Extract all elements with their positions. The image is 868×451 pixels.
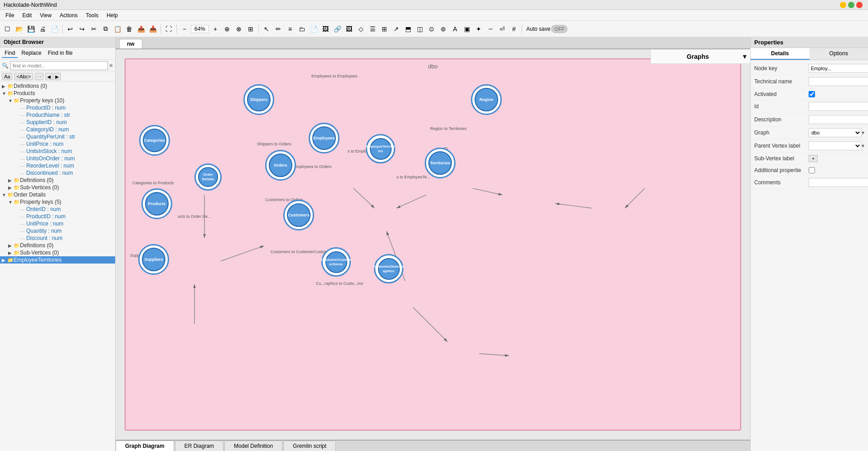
tree-item-unitsonorder[interactable]: —UnitsOnOrder : num bbox=[0, 155, 115, 162]
minimize-button[interactable] bbox=[840, 2, 846, 8]
link-button[interactable]: 🔗 bbox=[332, 24, 343, 34]
search-input[interactable] bbox=[10, 61, 108, 70]
case-sensitive-option[interactable]: Aa bbox=[2, 73, 12, 80]
tree-item-employeeterritories[interactable]: ▶📁EmployeeTerritories bbox=[0, 256, 115, 264]
prop-select-graph[interactable]: dbo bbox=[809, 128, 862, 137]
import-button[interactable]: 📥 bbox=[147, 24, 158, 34]
tab-options[interactable]: Options bbox=[810, 48, 868, 60]
menu-actions[interactable]: Actions bbox=[56, 11, 81, 19]
zoom-value[interactable]: 64% bbox=[191, 25, 209, 33]
paste-button[interactable]: 📋 bbox=[112, 24, 123, 34]
menu-tools[interactable]: Tools bbox=[82, 11, 102, 19]
prop-input-comments[interactable] bbox=[809, 178, 868, 187]
tree-item-quantity[interactable]: —Quantity : num bbox=[0, 227, 115, 235]
tree-item-productname[interactable]: —ProductName : str bbox=[0, 111, 115, 119]
tree-item-od-unitprice[interactable]: —UnitPrice : num bbox=[0, 220, 115, 227]
node-shippers[interactable]: Shippers bbox=[243, 84, 274, 115]
tree-item-unitsinstock[interactable]: —UnitsInStock : num bbox=[0, 148, 115, 155]
save-as-button[interactable]: 📄 bbox=[49, 24, 60, 34]
hash-button[interactable]: # bbox=[509, 24, 519, 34]
find-in-file-tab[interactable]: Find in file bbox=[45, 49, 75, 58]
tab-model-definition[interactable]: Model Definition bbox=[224, 441, 282, 451]
cut-button[interactable]: ✂ bbox=[88, 24, 99, 34]
tree-item-od-productid[interactable]: —ProductID : num bbox=[0, 213, 115, 220]
tree-item-products-defs[interactable]: ▶📁Definitions (0) bbox=[0, 177, 115, 184]
node-categories[interactable]: Categories bbox=[139, 125, 170, 156]
canvas-area[interactable]: Graphs ▾ dbo bbox=[116, 49, 750, 440]
zoom-in-button[interactable]: + bbox=[210, 24, 221, 34]
save-button[interactable]: 💾 bbox=[25, 24, 36, 34]
node-region[interactable]: Region bbox=[471, 84, 502, 115]
menu-view[interactable]: View bbox=[36, 11, 55, 19]
menu-edit[interactable]: Edit bbox=[19, 11, 35, 19]
tree-item-supplierid[interactable]: —SupplierID : num bbox=[0, 119, 115, 126]
copy-button[interactable]: ⧉ bbox=[100, 24, 111, 34]
print-button[interactable]: 🖨 bbox=[37, 24, 48, 34]
align-left-button[interactable]: ≡ bbox=[285, 24, 296, 34]
star-button[interactable]: ✦ bbox=[473, 24, 484, 34]
regex-option[interactable]: · · bbox=[35, 73, 44, 80]
clear-search-icon[interactable]: ✕ bbox=[109, 62, 113, 69]
tab-gremlin-script[interactable]: Gremlin script bbox=[283, 441, 336, 451]
zoom-out-button[interactable]: − bbox=[179, 24, 190, 34]
find-tab[interactable]: Find bbox=[2, 49, 18, 58]
export-button[interactable]: 📤 bbox=[136, 24, 146, 34]
ext-button[interactable]: ↗ bbox=[391, 24, 402, 34]
replace-tab[interactable]: Replace bbox=[19, 49, 44, 58]
return-button[interactable]: ⏎ bbox=[497, 24, 508, 34]
node-employees[interactable]: Employees bbox=[309, 123, 339, 154]
zoom-select-button[interactable]: ⊞ bbox=[245, 24, 256, 34]
tab-graph-diagram[interactable]: Graph Diagram bbox=[116, 441, 174, 451]
graphs-dropdown-arrow[interactable]: ▾ bbox=[743, 52, 747, 61]
tree-item-products[interactable]: ▼📁Products bbox=[0, 90, 115, 97]
node-suppliers[interactable]: Suppliers bbox=[138, 244, 169, 275]
nw-tab[interactable]: nw bbox=[119, 39, 142, 48]
prop-input-technical-name[interactable] bbox=[809, 77, 868, 86]
prop-input-node-key[interactable] bbox=[809, 64, 868, 73]
tree-item-od-subv[interactable]: ▶📁Sub-Vertices (0) bbox=[0, 249, 115, 256]
fullscreen-button[interactable]: ⛶ bbox=[163, 24, 174, 34]
node-orders[interactable]: Orders bbox=[265, 150, 296, 181]
tree-item-productid[interactable]: —ProductID : num bbox=[0, 104, 115, 111]
tree-item-od-defs[interactable]: ▶📁Definitions (0) bbox=[0, 242, 115, 249]
draw-button[interactable]: ✏ bbox=[273, 24, 284, 34]
prop-checkbox-activated[interactable] bbox=[809, 91, 815, 97]
tree-item-orderdetails[interactable]: ▼📁Order Details bbox=[0, 191, 115, 198]
ext3-button[interactable]: ◫ bbox=[414, 24, 425, 34]
tree-item-orderid[interactable]: —OrderID : num bbox=[0, 206, 115, 213]
node-territories[interactable]: Territories bbox=[425, 148, 456, 178]
prop-btn-add-sub-vertex[interactable]: + bbox=[809, 155, 818, 162]
tree-item-products-subv[interactable]: ▶📁Sub-Vertices (0) bbox=[0, 184, 115, 191]
doc-button[interactable]: 📄 bbox=[308, 24, 319, 34]
node-order-details[interactable]: Order Details bbox=[194, 163, 222, 191]
autosave-toggle[interactable]: OFF bbox=[551, 25, 567, 33]
prev-result-button[interactable]: ◀ bbox=[45, 73, 53, 80]
redo-button[interactable]: ↪ bbox=[77, 24, 87, 34]
prop-input-description[interactable] bbox=[809, 115, 868, 124]
tree-item-od-propkeys[interactable]: ▼📁Property keys (5) bbox=[0, 198, 115, 206]
prop-input-id[interactable] bbox=[809, 102, 868, 111]
open-button[interactable]: 📂 bbox=[14, 24, 24, 34]
folder-button[interactable]: 🗀 bbox=[296, 24, 307, 34]
delete-button[interactable]: 🗑 bbox=[124, 24, 135, 34]
tree-item-discontinued[interactable]: —Discontinued : num bbox=[0, 169, 115, 177]
tree-item-unitprice[interactable]: —UnitPrice : num bbox=[0, 140, 115, 148]
circle2-button[interactable]: ⊚ bbox=[438, 24, 449, 34]
ext2-button[interactable]: ⬒ bbox=[402, 24, 413, 34]
maximize-button[interactable] bbox=[848, 2, 854, 8]
circle-button[interactable]: ⊙ bbox=[426, 24, 437, 34]
new-button[interactable]: ☐ bbox=[2, 24, 13, 34]
cursor-button[interactable]: ↖ bbox=[261, 24, 272, 34]
align2-button[interactable]: ⊞ bbox=[379, 24, 390, 34]
menu-help[interactable]: Help bbox=[103, 11, 121, 19]
node-customer-customer-demo[interactable]: CustomerCustom erDemo bbox=[321, 247, 351, 277]
next-result-button[interactable]: ▶ bbox=[53, 73, 61, 80]
tree-item-reorderlevel[interactable]: —ReorderLevel : num bbox=[0, 162, 115, 169]
node-customers[interactable]: Customers bbox=[283, 200, 314, 230]
tree-item-categoryid[interactable]: —CategoryID : num bbox=[0, 126, 115, 133]
shape-button[interactable]: ◇ bbox=[355, 24, 366, 34]
tree-item-definitions-top[interactable]: ▶📁Definitions (0) bbox=[0, 82, 115, 90]
line-button[interactable]: ╌ bbox=[485, 24, 496, 34]
tree-item-discount[interactable]: —Discount : num bbox=[0, 235, 115, 242]
undo-button[interactable]: ↩ bbox=[65, 24, 76, 34]
